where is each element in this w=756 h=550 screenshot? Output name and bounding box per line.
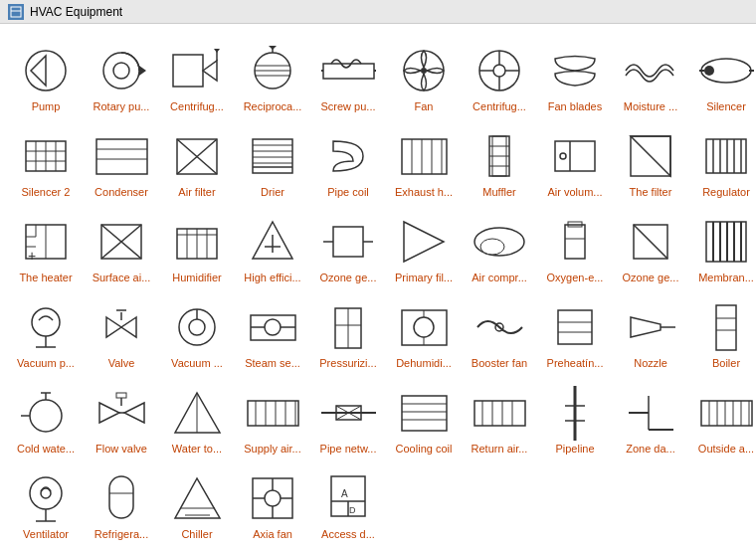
silencer-label: Silencer (691, 100, 756, 113)
item-chiller[interactable]: Chiller (159, 459, 235, 545)
humidifier-label: Humidifier (162, 272, 232, 284)
item-fan-blades[interactable]: Fan blades (537, 32, 613, 117)
svg-point-29 (704, 66, 714, 76)
pipeline-label: Pipeline (540, 443, 610, 456)
item-condenser[interactable]: Condenser (84, 117, 159, 203)
primary-fil-label: Primary fil... (389, 272, 459, 284)
chiller-icon (167, 471, 227, 526)
item-the-filter[interactable]: The filter (613, 117, 688, 203)
empty-6-5 (386, 459, 462, 545)
vacuum2-icon (167, 300, 227, 355)
air-compr-icon (470, 215, 529, 270)
svg-point-188 (265, 490, 281, 506)
item-screw-pump[interactable]: Screw pu... (310, 32, 386, 117)
cooling-coil-icon (394, 386, 454, 441)
item-cold-wate[interactable]: Cold wate... (8, 374, 84, 459)
item-nozzle[interactable]: Nozzle (613, 288, 688, 374)
item-reciprocating[interactable]: Reciproca... (235, 32, 310, 117)
item-drier[interactable]: Drier (235, 117, 310, 203)
item-pipe-netw[interactable]: Pipe netw... (310, 374, 386, 459)
item-ventilator[interactable]: Ventilator (8, 459, 84, 545)
svg-marker-16 (269, 46, 277, 50)
pressurizi-icon (318, 300, 378, 355)
centrifugal-label: Centrifug... (162, 100, 232, 113)
outside-a-icon (696, 386, 756, 441)
svg-marker-109 (121, 317, 136, 337)
item-moisture[interactable]: Moisture ... (613, 32, 688, 117)
item-return-air[interactable]: Return air... (462, 374, 537, 459)
item-the-heater[interactable]: + The heater (8, 203, 84, 288)
item-supply-air[interactable]: Supply air... (235, 374, 310, 459)
item-centrifugal[interactable]: Centrifug... (159, 32, 235, 117)
screw-pump-label: Screw pu... (313, 100, 383, 113)
item-primary-fil[interactable]: Primary fil... (386, 203, 462, 288)
item-silencer[interactable]: Silencer (688, 32, 756, 117)
empty-6-9 (688, 459, 756, 545)
item-oxygen-e[interactable]: Oxygen-e... (537, 203, 613, 288)
item-zone-da[interactable]: Zone da... (613, 374, 688, 459)
item-dehumidi[interactable]: Dehumidi... (386, 288, 462, 374)
item-cooling-coil[interactable]: Cooling coil (386, 374, 462, 459)
svg-point-123 (414, 317, 434, 337)
chiller-label: Chiller (162, 528, 232, 541)
svg-rect-0 (11, 7, 21, 17)
empty-6-7 (537, 459, 613, 545)
item-valve[interactable]: Valve (84, 288, 159, 374)
item-pipeline[interactable]: Pipeline (537, 374, 613, 459)
item-humidifier[interactable]: Humidifier (159, 203, 235, 288)
pressurizi-label: Pressurizi... (313, 357, 383, 370)
item-pipe-coil[interactable]: Pipe coil (310, 117, 386, 203)
item-water-to[interactable]: Water to... (159, 374, 235, 459)
item-preheatin[interactable]: Preheatín... (537, 288, 613, 374)
boiler-icon (696, 300, 756, 355)
svg-marker-130 (631, 317, 661, 337)
svg-marker-91 (404, 222, 444, 262)
valve-label: Valve (87, 357, 156, 370)
high-effici-icon (243, 215, 302, 270)
item-boiler[interactable]: Boiler (688, 288, 756, 374)
water-to-label: Water to... (162, 443, 232, 456)
item-high-effici[interactable]: High effici... (235, 203, 310, 288)
item-access-d[interactable]: AD Access d... (310, 459, 386, 545)
cooling-coil-label: Cooling coil (389, 443, 459, 456)
the-filter-icon (621, 129, 680, 184)
item-ozone-ge1[interactable]: Ozone ge... (310, 203, 386, 288)
item-rotary-pump[interactable]: Rotary pu... (84, 32, 159, 117)
screw-pump-icon (318, 44, 378, 98)
item-booster-fan[interactable]: Booster fan (462, 288, 537, 374)
air-compr-label: Air compr... (465, 272, 534, 284)
item-regulator[interactable]: Regulator (688, 117, 756, 203)
moisture-label: Moisture ... (616, 100, 685, 113)
item-surface-air[interactable]: Surface ai... (84, 203, 159, 288)
item-fan[interactable]: Fan (386, 32, 462, 117)
surface-air-label: Surface ai... (87, 272, 156, 284)
svg-marker-108 (106, 317, 121, 337)
ozone-ge2-icon (621, 215, 680, 270)
svg-text:D: D (349, 505, 356, 515)
title-bar: HVAC Equipment (0, 0, 756, 24)
item-flow-valve[interactable]: Flow valve (84, 374, 159, 459)
item-membran[interactable]: Membran... (688, 203, 756, 288)
item-air-filter[interactable]: Air filter (159, 117, 235, 203)
item-steam-se[interactable]: Steam se... (235, 288, 310, 374)
item-silencer2[interactable]: Silencer 2 (8, 117, 84, 203)
item-outside-a[interactable]: Outside a... (688, 374, 756, 459)
item-air-compr[interactable]: Air compr... (462, 203, 537, 288)
item-exhaust-h[interactable]: Exhaust h... (386, 117, 462, 203)
item-air-volume[interactable]: Air volum... (537, 117, 613, 203)
fan-icon (394, 44, 454, 98)
empty-6-8 (613, 459, 688, 545)
item-axia-fan[interactable]: Axia fan (235, 459, 310, 545)
item-vacuum2[interactable]: Vacuum ... (159, 288, 235, 374)
item-pump[interactable]: Pump (8, 32, 84, 117)
item-muffler[interactable]: Muffler (462, 117, 537, 203)
flow-valve-label: Flow valve (87, 443, 156, 456)
item-vacuum-p[interactable]: Vacuum p... (8, 288, 84, 374)
ozone-ge1-label: Ozone ge... (313, 272, 383, 284)
item-pressurizi[interactable]: Pressurizi... (310, 288, 386, 374)
item-ozone-ge2[interactable]: Ozone ge... (613, 203, 688, 288)
reciprocating-icon (243, 44, 302, 98)
moisture-icon (621, 44, 680, 98)
item-refrigera[interactable]: Refrigera... (84, 459, 159, 545)
item-centrifugal2[interactable]: Centrifug... (462, 32, 537, 117)
